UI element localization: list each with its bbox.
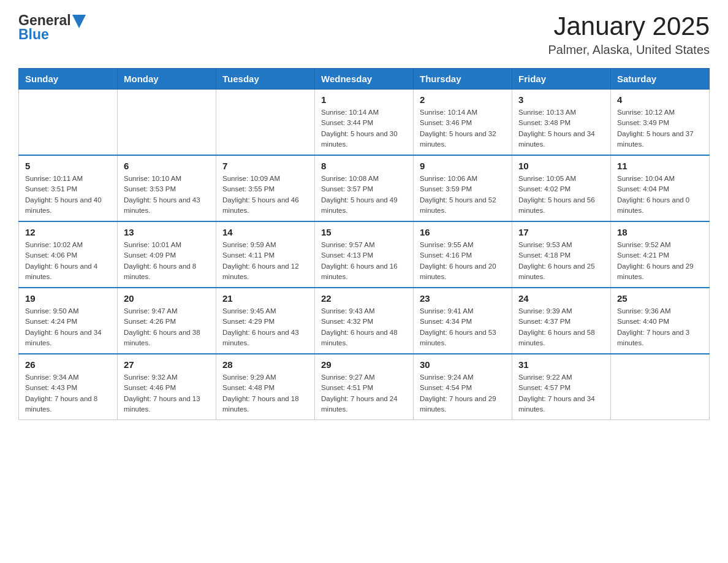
svg-marker-0 — [72, 15, 86, 28]
day-number: 4 — [617, 94, 703, 105]
table-row: 9 Sunrise: 10:06 AMSunset: 3:59 PMDaylig… — [414, 155, 512, 221]
day-number: 2 — [420, 94, 506, 105]
day-info: Sunrise: 10:06 AMSunset: 3:59 PMDaylight… — [420, 174, 506, 216]
day-info: Sunrise: 9:29 AMSunset: 4:48 PMDaylight:… — [222, 372, 308, 415]
day-number: 8 — [321, 161, 407, 171]
col-thursday: Thursday — [414, 69, 512, 90]
table-row: 28 Sunrise: 9:29 AMSunset: 4:48 PMDaylig… — [216, 354, 315, 420]
col-saturday: Saturday — [611, 69, 710, 90]
day-info: Sunrise: 9:34 AMSunset: 4:43 PMDaylight:… — [25, 372, 111, 415]
table-row: 3 Sunrise: 10:13 AMSunset: 3:48 PMDaylig… — [512, 90, 611, 156]
table-row: 21 Sunrise: 9:45 AMSunset: 4:29 PMDaylig… — [216, 288, 315, 354]
day-number: 31 — [518, 359, 604, 370]
day-info: Sunrise: 10:14 AMSunset: 3:46 PMDaylight… — [420, 107, 506, 150]
logo-triangle-icon — [72, 15, 86, 28]
day-info: Sunrise: 9:43 AMSunset: 4:32 PMDaylight:… — [321, 306, 407, 348]
table-row: 4 Sunrise: 10:12 AMSunset: 3:49 PMDaylig… — [611, 90, 710, 156]
day-info: Sunrise: 9:53 AMSunset: 4:18 PMDaylight:… — [518, 240, 604, 282]
day-number: 15 — [321, 227, 407, 237]
table-row — [216, 90, 315, 156]
table-row: 13 Sunrise: 10:01 AMSunset: 4:09 PMDayli… — [118, 221, 216, 288]
day-info: Sunrise: 10:10 AMSunset: 3:53 PMDaylight… — [124, 174, 210, 216]
day-number: 23 — [420, 293, 506, 304]
day-info: Sunrise: 10:01 AMSunset: 4:09 PMDaylight… — [124, 240, 210, 282]
day-number: 20 — [124, 293, 210, 304]
day-number: 21 — [222, 293, 308, 304]
day-number: 25 — [617, 293, 703, 304]
calendar-table: Sunday Monday Tuesday Wednesday Thursday… — [18, 68, 710, 420]
table-row: 8 Sunrise: 10:08 AMSunset: 3:57 PMDaylig… — [315, 155, 414, 221]
day-info: Sunrise: 9:57 AMSunset: 4:13 PMDaylight:… — [321, 240, 407, 282]
day-info: Sunrise: 9:41 AMSunset: 4:34 PMDaylight:… — [420, 306, 506, 348]
day-number: 27 — [124, 359, 210, 370]
day-number: 22 — [321, 293, 407, 304]
day-number: 12 — [25, 227, 111, 237]
table-row: 26 Sunrise: 9:34 AMSunset: 4:43 PMDaylig… — [19, 354, 118, 420]
table-row: 25 Sunrise: 9:36 AMSunset: 4:40 PMDaylig… — [611, 288, 710, 354]
day-info: Sunrise: 9:32 AMSunset: 4:46 PMDaylight:… — [124, 372, 210, 415]
location-title: Palmer, Alaska, United States — [548, 43, 710, 57]
day-number: 28 — [222, 359, 308, 370]
table-row: 1 Sunrise: 10:14 AMSunset: 3:44 PMDaylig… — [315, 90, 414, 156]
day-number: 26 — [25, 359, 111, 370]
day-info: Sunrise: 10:02 AMSunset: 4:06 PMDaylight… — [25, 240, 111, 282]
table-row: 24 Sunrise: 9:39 AMSunset: 4:37 PMDaylig… — [512, 288, 611, 354]
logo: General Blue — [18, 12, 86, 43]
day-info: Sunrise: 10:04 AMSunset: 4:04 PMDaylight… — [617, 174, 703, 216]
col-wednesday: Wednesday — [315, 69, 414, 90]
table-row: 14 Sunrise: 9:59 AMSunset: 4:11 PMDaylig… — [216, 221, 315, 288]
table-row: 2 Sunrise: 10:14 AMSunset: 3:46 PMDaylig… — [414, 90, 512, 156]
day-number: 24 — [518, 293, 604, 304]
table-row: 22 Sunrise: 9:43 AMSunset: 4:32 PMDaylig… — [315, 288, 414, 354]
day-number: 17 — [518, 227, 604, 237]
calendar-week-row: 12 Sunrise: 10:02 AMSunset: 4:06 PMDayli… — [19, 221, 710, 288]
page-header: General Blue January 2025 Palmer, Alaska… — [18, 12, 710, 57]
day-info: Sunrise: 10:13 AMSunset: 3:48 PMDaylight… — [518, 107, 604, 150]
day-info: Sunrise: 9:36 AMSunset: 4:40 PMDaylight:… — [617, 306, 703, 348]
table-row: 23 Sunrise: 9:41 AMSunset: 4:34 PMDaylig… — [414, 288, 512, 354]
day-info: Sunrise: 9:52 AMSunset: 4:21 PMDaylight:… — [617, 240, 703, 282]
day-number: 14 — [222, 227, 308, 237]
table-row: 29 Sunrise: 9:27 AMSunset: 4:51 PMDaylig… — [315, 354, 414, 420]
title-section: January 2025 Palmer, Alaska, United Stat… — [548, 12, 710, 57]
table-row: 5 Sunrise: 10:11 AMSunset: 3:51 PMDaylig… — [19, 155, 118, 221]
day-number: 30 — [420, 359, 506, 370]
table-row: 20 Sunrise: 9:47 AMSunset: 4:26 PMDaylig… — [118, 288, 216, 354]
day-number: 5 — [25, 161, 111, 171]
table-row: 31 Sunrise: 9:22 AMSunset: 4:57 PMDaylig… — [512, 354, 611, 420]
day-info: Sunrise: 9:50 AMSunset: 4:24 PMDaylight:… — [25, 306, 111, 348]
day-info: Sunrise: 9:24 AMSunset: 4:54 PMDaylight:… — [420, 372, 506, 415]
day-number: 10 — [518, 161, 604, 171]
day-info: Sunrise: 9:55 AMSunset: 4:16 PMDaylight:… — [420, 240, 506, 282]
day-number: 11 — [617, 161, 703, 171]
day-info: Sunrise: 10:14 AMSunset: 3:44 PMDaylight… — [321, 107, 407, 150]
day-info: Sunrise: 10:05 AMSunset: 4:02 PMDaylight… — [518, 174, 604, 216]
day-number: 18 — [617, 227, 703, 237]
day-number: 19 — [25, 293, 111, 304]
table-row — [611, 354, 710, 420]
day-number: 16 — [420, 227, 506, 237]
table-row: 30 Sunrise: 9:24 AMSunset: 4:54 PMDaylig… — [414, 354, 512, 420]
table-row: 11 Sunrise: 10:04 AMSunset: 4:04 PMDayli… — [611, 155, 710, 221]
table-row: 27 Sunrise: 9:32 AMSunset: 4:46 PMDaylig… — [118, 354, 216, 420]
col-friday: Friday — [512, 69, 611, 90]
calendar-week-row: 5 Sunrise: 10:11 AMSunset: 3:51 PMDaylig… — [19, 155, 710, 221]
day-number: 9 — [420, 161, 506, 171]
table-row — [118, 90, 216, 156]
table-row: 18 Sunrise: 9:52 AMSunset: 4:21 PMDaylig… — [611, 221, 710, 288]
col-tuesday: Tuesday — [216, 69, 315, 90]
day-info: Sunrise: 10:09 AMSunset: 3:55 PMDaylight… — [222, 174, 308, 216]
calendar-week-row: 26 Sunrise: 9:34 AMSunset: 4:43 PMDaylig… — [19, 354, 710, 420]
day-number: 6 — [124, 161, 210, 171]
day-info: Sunrise: 9:39 AMSunset: 4:37 PMDaylight:… — [518, 306, 604, 348]
day-info: Sunrise: 9:59 AMSunset: 4:11 PMDaylight:… — [222, 240, 308, 282]
month-title: January 2025 — [548, 12, 710, 40]
day-number: 3 — [518, 94, 604, 105]
table-row: 15 Sunrise: 9:57 AMSunset: 4:13 PMDaylig… — [315, 221, 414, 288]
col-sunday: Sunday — [19, 69, 118, 90]
day-number: 7 — [222, 161, 308, 171]
calendar-header-row: Sunday Monday Tuesday Wednesday Thursday… — [19, 69, 710, 90]
day-info: Sunrise: 9:45 AMSunset: 4:29 PMDaylight:… — [222, 306, 308, 348]
day-info: Sunrise: 10:08 AMSunset: 3:57 PMDaylight… — [321, 174, 407, 216]
day-number: 29 — [321, 359, 407, 370]
